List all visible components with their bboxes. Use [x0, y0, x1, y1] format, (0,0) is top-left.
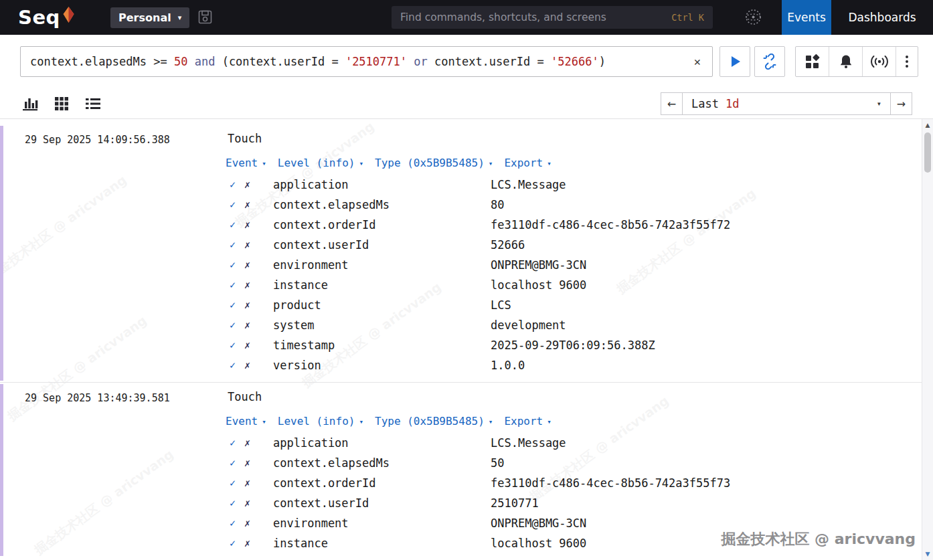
exclude-filter-icon[interactable]: ✗	[244, 457, 273, 469]
property-value[interactable]: development	[491, 318, 922, 332]
include-filter-icon[interactable]: ✓	[230, 239, 244, 251]
include-filter-icon[interactable]: ✓	[230, 537, 244, 549]
exclude-filter-icon[interactable]: ✗	[244, 497, 273, 509]
exclude-filter-icon[interactable]: ✗	[244, 537, 273, 549]
include-filter-icon[interactable]: ✓	[230, 279, 244, 291]
property-name[interactable]: timestamp	[273, 339, 491, 352]
live-stream-button[interactable]	[863, 47, 896, 76]
property-value[interactable]: 2510771	[491, 496, 922, 510]
property-name[interactable]: context.userId	[273, 496, 491, 510]
level-menu[interactable]: Level (info)▾	[278, 157, 363, 169]
include-filter-icon[interactable]: ✓	[230, 259, 244, 271]
query-input[interactable]: context.elapsedMs >= 50 and (context.use…	[20, 46, 713, 77]
property-name[interactable]: application	[273, 178, 491, 191]
cluster-status-icon[interactable]	[744, 8, 762, 29]
time-back-button[interactable]: ←	[661, 92, 683, 115]
vertical-scrollbar[interactable]: ▲ ▼	[922, 119, 933, 560]
type-menu[interactable]: Type (0x5B9B5485)▾	[375, 415, 493, 428]
exclude-filter-icon[interactable]: ✗	[244, 359, 273, 371]
property-value[interactable]: 1.0.0	[491, 359, 922, 372]
time-forward-button[interactable]: →	[890, 92, 912, 115]
event-message[interactable]: Touch	[228, 390, 262, 403]
include-filter-icon[interactable]: ✓	[230, 179, 244, 191]
property-value[interactable]: ONPREM@BMG-3CN	[491, 517, 922, 530]
include-filter-icon[interactable]: ✓	[230, 437, 244, 449]
event-row[interactable]: 29 Sep 2025 13:49:39.581 Touch Event▾ Le…	[0, 383, 922, 557]
exclude-filter-icon[interactable]: ✗	[244, 199, 273, 211]
type-menu[interactable]: Type (0x5B9B5485)▾	[375, 157, 493, 169]
property-value[interactable]: 2025-09-29T06:09:56.388Z	[491, 339, 922, 352]
property-value[interactable]: localhost 9600	[491, 278, 922, 292]
property-name[interactable]: instance	[273, 537, 491, 550]
exclude-filter-icon[interactable]: ✗	[244, 437, 273, 449]
include-filter-icon[interactable]: ✓	[230, 359, 244, 371]
include-filter-icon[interactable]: ✓	[230, 299, 244, 311]
alerts-button[interactable]	[829, 47, 863, 76]
property-name[interactable]: instance	[273, 278, 491, 292]
include-filter-icon[interactable]: ✓	[230, 199, 244, 211]
export-menu[interactable]: Export▾	[504, 157, 551, 169]
exclude-filter-icon[interactable]: ✗	[244, 219, 273, 231]
include-filter-icon[interactable]: ✓	[230, 477, 244, 489]
add-to-dashboard-button[interactable]	[796, 47, 829, 76]
property-name[interactable]: product	[273, 298, 491, 312]
property-name[interactable]: system	[273, 318, 491, 332]
time-range-dropdown[interactable]: Last 1d ▾	[682, 92, 891, 115]
command-search-input[interactable]	[400, 11, 665, 23]
more-options-button[interactable]	[896, 47, 918, 76]
level-menu[interactable]: Level (info)▾	[278, 415, 363, 428]
scroll-up-icon[interactable]: ▲	[922, 122, 933, 128]
property-name[interactable]: context.orderId	[273, 218, 491, 231]
exclude-filter-icon[interactable]: ✗	[244, 517, 273, 529]
exclude-filter-icon[interactable]: ✗	[244, 339, 273, 351]
include-filter-icon[interactable]: ✓	[230, 339, 244, 351]
exclude-filter-icon[interactable]: ✗	[244, 279, 273, 291]
save-view-button[interactable]	[198, 10, 212, 27]
property-name[interactable]: application	[273, 436, 491, 450]
property-name[interactable]: environment	[273, 258, 491, 272]
property-value[interactable]: LCS.Message	[491, 436, 922, 450]
tab-events[interactable]: Events	[782, 0, 831, 35]
property-name[interactable]: version	[273, 359, 491, 372]
property-name[interactable]: environment	[273, 517, 491, 530]
scroll-down-icon[interactable]: ▼	[922, 551, 933, 557]
event-menu[interactable]: Event▾	[226, 157, 266, 169]
clear-query-icon[interactable]: ✕	[692, 55, 703, 68]
exclude-filter-icon[interactable]: ✗	[244, 319, 273, 331]
tab-dashboards[interactable]: Dashboards	[831, 0, 933, 35]
property-value[interactable]: fe3110df-c486-4cec-8b56-742a3f55f72	[491, 218, 922, 231]
scrollbar-thumb[interactable]	[924, 132, 931, 173]
property-name[interactable]: context.elapsedMs	[273, 198, 491, 211]
property-value[interactable]: 80	[491, 198, 922, 211]
property-value[interactable]: LCS	[491, 298, 922, 312]
property-value[interactable]: ONPREM@BMG-3CN	[491, 258, 922, 272]
seq-logo[interactable]: Seq	[18, 8, 75, 27]
property-name[interactable]: context.elapsedMs	[273, 456, 491, 470]
exclude-filter-icon[interactable]: ✗	[244, 179, 273, 191]
property-value[interactable]: localhost 9600	[491, 537, 922, 550]
property-name[interactable]: context.userId	[273, 238, 491, 252]
property-value[interactable]: LCS.Message	[491, 178, 922, 191]
export-menu[interactable]: Export▾	[504, 415, 551, 428]
chart-view-button[interactable]	[22, 96, 38, 111]
exclude-filter-icon[interactable]: ✗	[244, 477, 273, 489]
include-filter-icon[interactable]: ✓	[230, 219, 244, 231]
exclude-filter-icon[interactable]: ✗	[244, 259, 273, 271]
include-filter-icon[interactable]: ✓	[230, 517, 244, 529]
query-text[interactable]: context.elapsedMs >= 50 and (context.use…	[30, 55, 692, 68]
unlink-signal-button[interactable]	[754, 46, 785, 77]
property-value[interactable]: 52666	[491, 238, 922, 252]
event-row[interactable]: 29 Sep 2025 14:09:56.388 Touch Event▾ Le…	[0, 124, 922, 383]
include-filter-icon[interactable]: ✓	[230, 457, 244, 469]
event-menu[interactable]: Event▾	[226, 415, 266, 428]
include-filter-icon[interactable]: ✓	[230, 497, 244, 509]
workspace-dropdown[interactable]: Personal ▾	[110, 7, 189, 28]
property-name[interactable]: context.orderId	[273, 476, 491, 490]
include-filter-icon[interactable]: ✓	[230, 319, 244, 331]
property-value[interactable]: fe3110df-c486-4cec-8b56-742a3f55f73	[491, 476, 922, 490]
event-message[interactable]: Touch	[228, 132, 262, 145]
exclude-filter-icon[interactable]: ✗	[244, 299, 273, 311]
grid-view-button[interactable]	[54, 96, 69, 111]
run-query-button[interactable]	[719, 46, 750, 77]
list-view-button[interactable]	[85, 96, 101, 111]
